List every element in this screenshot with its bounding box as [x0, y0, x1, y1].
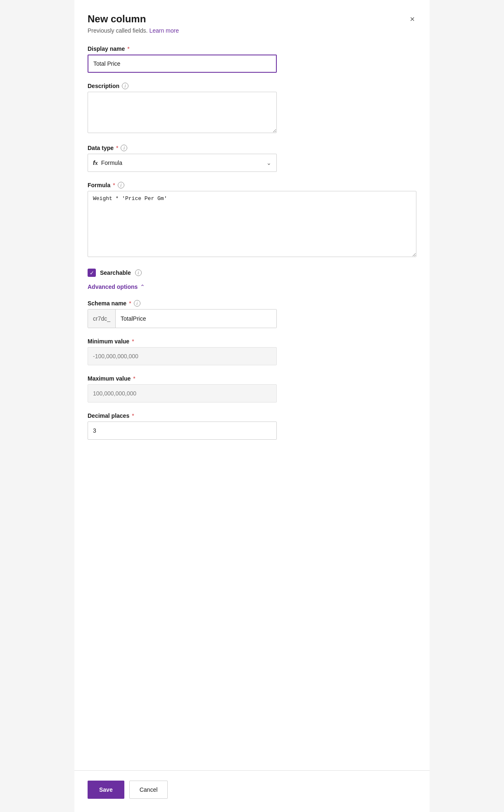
- data-type-required: *: [116, 145, 118, 151]
- close-button[interactable]: ×: [408, 13, 416, 25]
- minimum-value-input[interactable]: [88, 347, 277, 365]
- description-info-icon[interactable]: i: [122, 83, 128, 89]
- chevron-down-icon: ⌄: [266, 160, 271, 166]
- formula-icon: fx: [93, 160, 98, 167]
- advanced-options-label: Advanced options: [88, 283, 138, 290]
- data-type-select-wrapper: fx Formula ⌄: [88, 154, 277, 172]
- schema-prefix: cr7dc_: [88, 310, 116, 328]
- maximum-value-label: Maximum value *: [88, 375, 416, 382]
- cancel-button[interactable]: Cancel: [129, 781, 168, 799]
- new-column-panel: New column × Previously called fields. L…: [74, 0, 430, 812]
- searchable-row: ✓ Searchable i: [88, 269, 416, 277]
- searchable-info-icon[interactable]: i: [135, 269, 142, 276]
- form-content: Display name * Description i Data type *…: [88, 45, 416, 770]
- maximum-value-required: *: [133, 375, 135, 382]
- data-type-label: Data type * i: [88, 145, 416, 151]
- display-name-field: Display name *: [88, 45, 416, 73]
- formula-wrapper: Weight * 'Price Per Gm': [88, 191, 416, 259]
- formula-required: *: [113, 182, 115, 188]
- data-type-info-icon[interactable]: i: [121, 145, 127, 151]
- data-type-selected-value: Formula: [101, 160, 122, 166]
- decimal-places-required: *: [132, 412, 134, 419]
- check-icon: ✓: [90, 270, 94, 276]
- data-type-select[interactable]: fx Formula ⌄: [88, 154, 277, 172]
- panel-footer: Save Cancel: [74, 770, 430, 812]
- data-type-field: Data type * i fx Formula ⌄: [88, 145, 416, 172]
- formula-label: Formula * i: [88, 182, 416, 188]
- searchable-checkbox[interactable]: ✓: [88, 269, 96, 277]
- schema-input-wrapper: cr7dc_: [88, 309, 277, 328]
- save-button[interactable]: Save: [88, 781, 124, 799]
- searchable-label: Searchable: [100, 269, 131, 276]
- description-input[interactable]: [88, 92, 277, 133]
- subtitle: Previously called fields. Learn more: [88, 27, 416, 34]
- maximum-value-field: Maximum value *: [88, 375, 416, 402]
- display-name-input[interactable]: [88, 55, 277, 73]
- minimum-value-field: Minimum value *: [88, 338, 416, 365]
- formula-info-icon[interactable]: i: [118, 182, 124, 188]
- formula-input[interactable]: Weight * 'Price Per Gm': [88, 191, 416, 257]
- description-field: Description i: [88, 83, 416, 135]
- panel-title: New column: [88, 13, 146, 25]
- schema-name-input[interactable]: [116, 310, 276, 328]
- formula-field: Formula * i Weight * 'Price Per Gm': [88, 182, 416, 259]
- panel-header: New column ×: [88, 13, 416, 25]
- advanced-options-toggle[interactable]: Advanced options ⌃: [88, 283, 416, 290]
- decimal-places-label: Decimal places *: [88, 412, 416, 419]
- minimum-value-label: Minimum value *: [88, 338, 416, 345]
- schema-name-label: Schema name * i: [88, 300, 416, 307]
- display-name-label: Display name *: [88, 45, 416, 52]
- chevron-up-icon: ⌃: [140, 283, 145, 290]
- decimal-places-input[interactable]: [88, 421, 277, 440]
- display-name-required: *: [127, 45, 129, 52]
- schema-name-info-icon[interactable]: i: [134, 300, 140, 307]
- maximum-value-input[interactable]: [88, 384, 277, 402]
- learn-more-link[interactable]: Learn more: [149, 27, 179, 34]
- description-label: Description i: [88, 83, 416, 89]
- schema-name-field: Schema name * i cr7dc_: [88, 300, 416, 328]
- minimum-value-required: *: [132, 338, 134, 345]
- schema-name-required: *: [129, 300, 131, 307]
- decimal-places-field: Decimal places *: [88, 412, 416, 440]
